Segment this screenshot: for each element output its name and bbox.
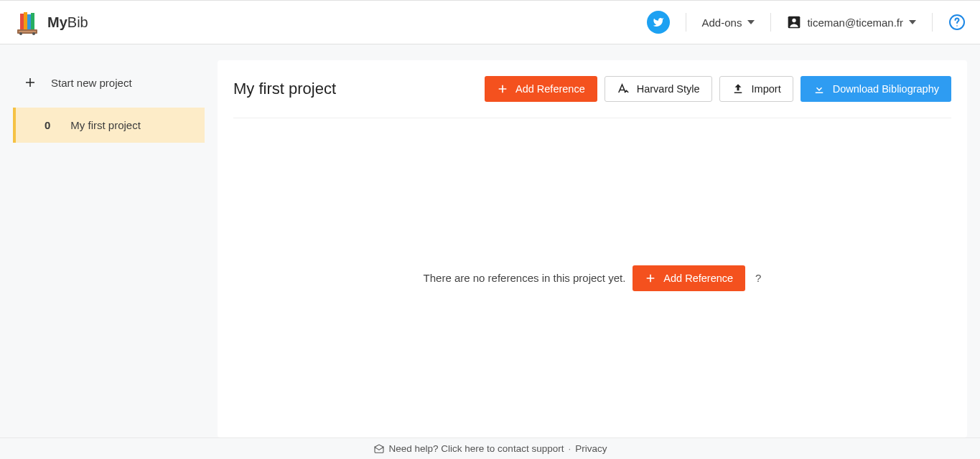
privacy-link[interactable]: Privacy [575,443,607,454]
chevron-down-icon [747,20,755,24]
chevron-down-icon [909,20,916,24]
svg-point-6 [19,32,22,35]
help-button[interactable] [948,14,966,31]
plus-icon [645,273,656,284]
project-panel: My first project Add Reference Harvard S… [218,60,967,437]
add-reference-button[interactable]: Add Reference [485,76,597,102]
add-reference-label: Add Reference [515,83,585,95]
footer: Need help? Click here to contact support… [0,437,980,459]
download-icon [813,82,826,95]
user-email: ticeman@ticeman.fr [807,16,903,29]
empty-state: There are no references in this project … [233,118,951,437]
svg-rect-4 [27,14,31,29]
plus-icon [497,83,508,95]
plus-icon [24,76,37,89]
add-reference-empty-button[interactable]: Add Reference [633,265,745,291]
download-bibliography-button[interactable]: Download Bibliography [801,76,951,102]
new-project-label: Start new project [51,77,132,89]
project-name: My first project [70,119,141,131]
twitter-icon [653,16,664,28]
user-dropdown[interactable]: ticeman@ticeman.fr [787,15,916,29]
svg-rect-1 [19,31,36,32]
project-count: 0 [45,119,50,131]
svg-point-7 [32,32,35,35]
addons-label: Add-ons [702,16,742,29]
style-label: Harvard Style [637,83,700,95]
addons-dropdown[interactable]: Add-ons [702,16,755,29]
add-reference-label: Add Reference [663,273,733,284]
account-icon [787,15,801,29]
sidebar-project-item[interactable]: 0 My first project [13,108,205,143]
divider [932,13,933,32]
svg-rect-12 [734,93,742,94]
svg-rect-13 [815,93,823,94]
support-link[interactable]: Need help? Click here to contact support [389,443,564,454]
mail-icon [373,443,385,455]
brand-logo[interactable]: MyBib [14,9,88,35]
brand-name: MyBib [47,14,88,31]
svg-rect-3 [24,12,27,29]
sidebar: Start new project 0 My first project [0,44,218,437]
style-icon [617,82,630,95]
twitter-button[interactable] [647,11,670,34]
help-question-mark[interactable]: ? [755,272,761,284]
svg-rect-2 [20,14,24,29]
books-icon [14,9,40,35]
empty-message: There are no references in this project … [424,272,626,284]
project-title: My first project [233,80,336,98]
help-icon [948,14,966,31]
divider [770,13,771,32]
import-button[interactable]: Import [719,76,793,102]
divider [686,13,686,32]
import-label: Import [752,83,781,95]
citation-style-button[interactable]: Harvard Style [605,76,712,102]
download-label: Download Bibliography [833,83,939,95]
svg-point-11 [956,25,958,27]
separator: · [568,443,571,454]
upload-icon [732,82,745,95]
start-new-project-button[interactable]: Start new project [0,66,218,99]
svg-point-9 [793,19,796,22]
svg-rect-5 [31,13,34,29]
